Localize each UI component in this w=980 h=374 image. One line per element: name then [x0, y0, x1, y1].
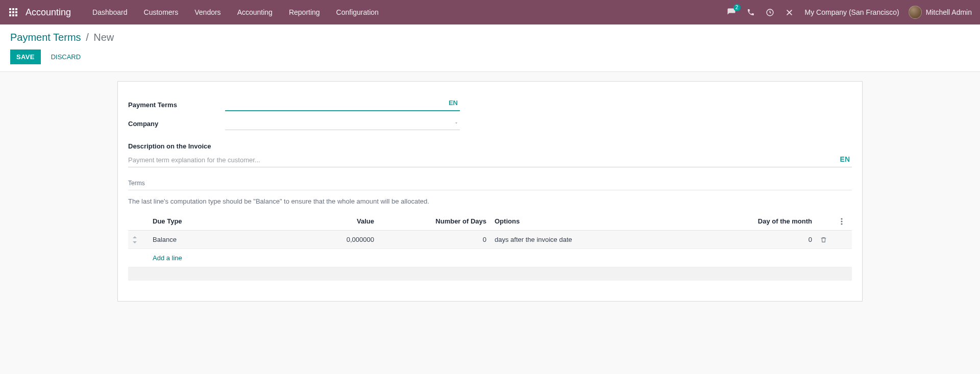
navbar-left: Accounting Dashboard Customers Vendors A… [8, 5, 386, 19]
menu-accounting[interactable]: Accounting [230, 5, 280, 19]
cp-buttons: SAVE DISCARD [10, 49, 970, 64]
svg-rect-5 [15, 11, 17, 13]
lang-button[interactable]: EN [449, 99, 458, 107]
cell-value[interactable]: 0,000000 [271, 231, 378, 249]
col-due-type[interactable]: Due Type [149, 212, 271, 231]
svg-rect-7 [12, 14, 14, 16]
breadcrumb-current: New [93, 32, 114, 43]
table-footer [128, 267, 852, 281]
messages-badge: 2 [733, 4, 741, 11]
svg-rect-4 [12, 11, 14, 13]
cell-due-type[interactable]: Balance [149, 231, 271, 249]
col-kebab [837, 212, 852, 231]
label-company: Company [128, 120, 225, 128]
cell-options[interactable]: days after the invoice date [491, 231, 729, 249]
row-payment-terms: Payment Terms EN [128, 98, 852, 111]
col-handle [128, 212, 149, 231]
menu-vendors[interactable]: Vendors [187, 5, 228, 19]
payment-terms-input[interactable] [225, 98, 460, 111]
cell-number-of-days[interactable]: 0 [378, 231, 491, 249]
col-delete [816, 212, 837, 231]
menu-configuration[interactable]: Configuration [329, 5, 386, 19]
lang-button[interactable]: EN [840, 155, 850, 163]
nav-menu: Dashboard Customers Vendors Accounting R… [85, 5, 386, 19]
trash-icon[interactable] [820, 236, 832, 243]
breadcrumb-root[interactable]: Payment Terms [10, 32, 81, 43]
company-input[interactable] [225, 117, 460, 130]
svg-rect-3 [9, 11, 11, 13]
svg-point-11 [841, 220, 842, 222]
svg-rect-6 [9, 14, 11, 16]
sheet-background: Payment Terms EN Company Description on … [0, 72, 980, 332]
field-company [225, 117, 460, 130]
menu-dashboard[interactable]: Dashboard [85, 5, 135, 19]
field-payment-terms: EN [225, 98, 460, 111]
col-value[interactable]: Value [271, 212, 378, 231]
svg-rect-2 [15, 8, 17, 10]
breadcrumb: Payment Terms / New [10, 32, 970, 43]
control-panel: Payment Terms / New SAVE DISCARD [0, 24, 980, 72]
company-switcher[interactable]: My Company (San Francisco) [803, 8, 901, 16]
svg-rect-0 [9, 8, 11, 10]
menu-reporting[interactable]: Reporting [282, 5, 327, 19]
avatar [909, 6, 922, 19]
clock-icon[interactable] [764, 6, 776, 18]
close-icon[interactable] [783, 6, 796, 18]
messaging-icon[interactable]: 2 [725, 6, 738, 18]
table-row-add: Add a line [128, 249, 852, 267]
terms-table: Due Type Value Number of Days Options Da… [128, 212, 852, 281]
col-options[interactable]: Options [491, 212, 729, 231]
top-navbar: Accounting Dashboard Customers Vendors A… [0, 0, 980, 24]
kebab-icon[interactable] [841, 218, 848, 225]
label-description: Description on the Invoice [128, 142, 852, 150]
col-day-of-month[interactable]: Day of the month [729, 212, 816, 231]
apps-icon[interactable] [8, 7, 18, 17]
svg-rect-8 [15, 14, 17, 16]
cell-day-of-month[interactable]: 0 [729, 231, 816, 249]
table-row[interactable]: Balance 0,000000 0 days after the invoic… [128, 231, 852, 249]
row-company: Company [128, 117, 852, 130]
svg-rect-1 [12, 8, 14, 10]
terms-note: The last line's computation type should … [128, 197, 852, 205]
field-description: EN [128, 153, 852, 167]
svg-point-10 [841, 218, 842, 219]
navbar-right: 2 My Company (San Francisco) Mitchell Ad… [725, 6, 972, 19]
form-sheet: Payment Terms EN Company Description on … [117, 81, 863, 302]
user-menu[interactable]: Mitchell Admin [909, 6, 972, 19]
app-title[interactable]: Accounting [26, 7, 71, 18]
phone-icon[interactable] [745, 6, 757, 18]
user-name: Mitchell Admin [926, 8, 972, 16]
description-input[interactable] [128, 156, 827, 164]
drag-handle-icon[interactable] [132, 236, 144, 243]
add-line-link[interactable]: Add a line [153, 254, 182, 262]
svg-point-12 [841, 223, 842, 225]
menu-customers[interactable]: Customers [137, 5, 186, 19]
label-payment-terms: Payment Terms [128, 101, 225, 109]
discard-button[interactable]: DISCARD [45, 49, 87, 64]
col-number-of-days[interactable]: Number of Days [378, 212, 491, 231]
chevron-down-icon[interactable] [454, 120, 459, 126]
save-button[interactable]: SAVE [10, 49, 41, 64]
breadcrumb-separator: / [86, 32, 89, 43]
terms-section-title: Terms [128, 180, 852, 190]
